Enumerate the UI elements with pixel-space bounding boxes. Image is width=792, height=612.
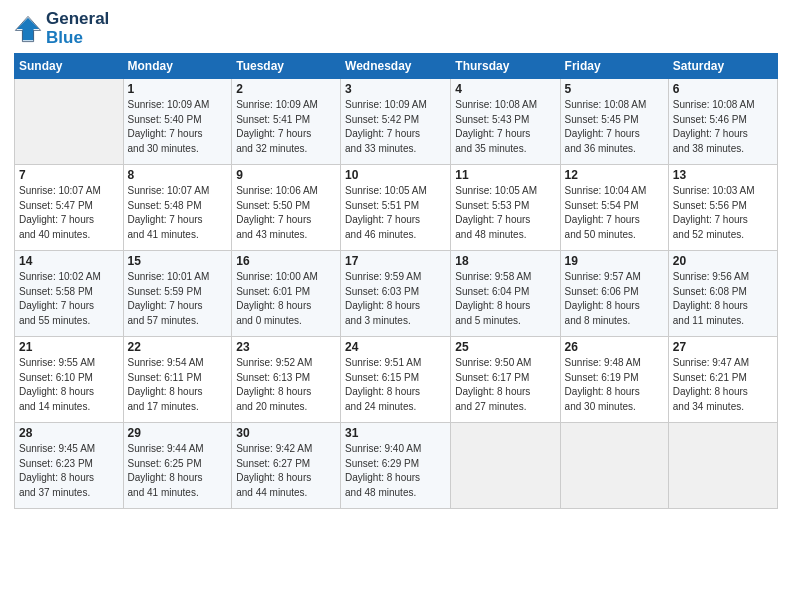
weekday-header-tuesday: Tuesday (232, 54, 341, 79)
day-info: Sunrise: 9:57 AM Sunset: 6:06 PM Dayligh… (565, 270, 664, 328)
calendar-cell: 18Sunrise: 9:58 AM Sunset: 6:04 PM Dayli… (451, 251, 560, 337)
day-number: 1 (128, 82, 228, 96)
day-number: 18 (455, 254, 555, 268)
calendar-cell: 14Sunrise: 10:02 AM Sunset: 5:58 PM Dayl… (15, 251, 124, 337)
day-number: 7 (19, 168, 119, 182)
calendar-cell: 5Sunrise: 10:08 AM Sunset: 5:45 PM Dayli… (560, 79, 668, 165)
day-info: Sunrise: 10:07 AM Sunset: 5:48 PM Daylig… (128, 184, 228, 242)
day-info: Sunrise: 10:07 AM Sunset: 5:47 PM Daylig… (19, 184, 119, 242)
day-info: Sunrise: 10:09 AM Sunset: 5:40 PM Daylig… (128, 98, 228, 156)
day-info: Sunrise: 10:09 AM Sunset: 5:41 PM Daylig… (236, 98, 336, 156)
calendar-cell: 2Sunrise: 10:09 AM Sunset: 5:41 PM Dayli… (232, 79, 341, 165)
day-info: Sunrise: 10:09 AM Sunset: 5:42 PM Daylig… (345, 98, 446, 156)
day-info: Sunrise: 9:40 AM Sunset: 6:29 PM Dayligh… (345, 442, 446, 500)
day-info: Sunrise: 9:55 AM Sunset: 6:10 PM Dayligh… (19, 356, 119, 414)
weekday-header-thursday: Thursday (451, 54, 560, 79)
day-number: 10 (345, 168, 446, 182)
calendar-cell: 8Sunrise: 10:07 AM Sunset: 5:48 PM Dayli… (123, 165, 232, 251)
weekday-row: SundayMondayTuesdayWednesdayThursdayFrid… (15, 54, 778, 79)
day-info: Sunrise: 9:51 AM Sunset: 6:15 PM Dayligh… (345, 356, 446, 414)
calendar-cell: 22Sunrise: 9:54 AM Sunset: 6:11 PM Dayli… (123, 337, 232, 423)
logo: General Blue (14, 10, 109, 47)
calendar-header: SundayMondayTuesdayWednesdayThursdayFrid… (15, 54, 778, 79)
weekday-header-wednesday: Wednesday (341, 54, 451, 79)
calendar-cell: 20Sunrise: 9:56 AM Sunset: 6:08 PM Dayli… (668, 251, 777, 337)
calendar-week-2: 7Sunrise: 10:07 AM Sunset: 5:47 PM Dayli… (15, 165, 778, 251)
day-number: 9 (236, 168, 336, 182)
svg-marker-0 (17, 17, 39, 39)
calendar-cell: 11Sunrise: 10:05 AM Sunset: 5:53 PM Dayl… (451, 165, 560, 251)
logo-text: General Blue (46, 10, 109, 47)
day-info: Sunrise: 10:03 AM Sunset: 5:56 PM Daylig… (673, 184, 773, 242)
day-info: Sunrise: 9:45 AM Sunset: 6:23 PM Dayligh… (19, 442, 119, 500)
day-info: Sunrise: 10:01 AM Sunset: 5:59 PM Daylig… (128, 270, 228, 328)
day-number: 15 (128, 254, 228, 268)
day-number: 23 (236, 340, 336, 354)
calendar-body: 1Sunrise: 10:09 AM Sunset: 5:40 PM Dayli… (15, 79, 778, 509)
calendar-cell: 10Sunrise: 10:05 AM Sunset: 5:51 PM Dayl… (341, 165, 451, 251)
day-info: Sunrise: 9:44 AM Sunset: 6:25 PM Dayligh… (128, 442, 228, 500)
day-info: Sunrise: 9:54 AM Sunset: 6:11 PM Dayligh… (128, 356, 228, 414)
day-number: 26 (565, 340, 664, 354)
calendar-cell: 3Sunrise: 10:09 AM Sunset: 5:42 PM Dayli… (341, 79, 451, 165)
calendar-cell: 29Sunrise: 9:44 AM Sunset: 6:25 PM Dayli… (123, 423, 232, 509)
calendar-week-3: 14Sunrise: 10:02 AM Sunset: 5:58 PM Dayl… (15, 251, 778, 337)
day-number: 22 (128, 340, 228, 354)
page-container: General Blue SundayMondayTuesdayWednesda… (0, 0, 792, 519)
day-info: Sunrise: 10:05 AM Sunset: 5:53 PM Daylig… (455, 184, 555, 242)
day-info: Sunrise: 10:05 AM Sunset: 5:51 PM Daylig… (345, 184, 446, 242)
calendar-week-1: 1Sunrise: 10:09 AM Sunset: 5:40 PM Dayli… (15, 79, 778, 165)
calendar-cell: 28Sunrise: 9:45 AM Sunset: 6:23 PM Dayli… (15, 423, 124, 509)
day-number: 31 (345, 426, 446, 440)
day-number: 4 (455, 82, 555, 96)
day-info: Sunrise: 9:47 AM Sunset: 6:21 PM Dayligh… (673, 356, 773, 414)
day-number: 6 (673, 82, 773, 96)
calendar-cell: 13Sunrise: 10:03 AM Sunset: 5:56 PM Dayl… (668, 165, 777, 251)
calendar-cell: 1Sunrise: 10:09 AM Sunset: 5:40 PM Dayli… (123, 79, 232, 165)
calendar-cell: 24Sunrise: 9:51 AM Sunset: 6:15 PM Dayli… (341, 337, 451, 423)
weekday-header-monday: Monday (123, 54, 232, 79)
weekday-header-saturday: Saturday (668, 54, 777, 79)
day-number: 24 (345, 340, 446, 354)
day-info: Sunrise: 10:06 AM Sunset: 5:50 PM Daylig… (236, 184, 336, 242)
day-info: Sunrise: 9:58 AM Sunset: 6:04 PM Dayligh… (455, 270, 555, 328)
day-info: Sunrise: 9:42 AM Sunset: 6:27 PM Dayligh… (236, 442, 336, 500)
calendar-cell: 16Sunrise: 10:00 AM Sunset: 6:01 PM Dayl… (232, 251, 341, 337)
day-info: Sunrise: 9:56 AM Sunset: 6:08 PM Dayligh… (673, 270, 773, 328)
calendar-cell: 27Sunrise: 9:47 AM Sunset: 6:21 PM Dayli… (668, 337, 777, 423)
day-info: Sunrise: 10:02 AM Sunset: 5:58 PM Daylig… (19, 270, 119, 328)
day-number: 3 (345, 82, 446, 96)
calendar-week-4: 21Sunrise: 9:55 AM Sunset: 6:10 PM Dayli… (15, 337, 778, 423)
calendar-table: SundayMondayTuesdayWednesdayThursdayFrid… (14, 53, 778, 509)
day-info: Sunrise: 10:08 AM Sunset: 5:43 PM Daylig… (455, 98, 555, 156)
day-number: 8 (128, 168, 228, 182)
calendar-cell: 6Sunrise: 10:08 AM Sunset: 5:46 PM Dayli… (668, 79, 777, 165)
day-number: 17 (345, 254, 446, 268)
calendar-cell: 30Sunrise: 9:42 AM Sunset: 6:27 PM Dayli… (232, 423, 341, 509)
calendar-cell: 19Sunrise: 9:57 AM Sunset: 6:06 PM Dayli… (560, 251, 668, 337)
calendar-cell: 31Sunrise: 9:40 AM Sunset: 6:29 PM Dayli… (341, 423, 451, 509)
weekday-header-friday: Friday (560, 54, 668, 79)
day-number: 14 (19, 254, 119, 268)
calendar-cell (560, 423, 668, 509)
calendar-cell: 21Sunrise: 9:55 AM Sunset: 6:10 PM Dayli… (15, 337, 124, 423)
day-info: Sunrise: 10:08 AM Sunset: 5:46 PM Daylig… (673, 98, 773, 156)
calendar-cell: 23Sunrise: 9:52 AM Sunset: 6:13 PM Dayli… (232, 337, 341, 423)
day-info: Sunrise: 9:50 AM Sunset: 6:17 PM Dayligh… (455, 356, 555, 414)
day-info: Sunrise: 10:00 AM Sunset: 6:01 PM Daylig… (236, 270, 336, 328)
day-info: Sunrise: 9:48 AM Sunset: 6:19 PM Dayligh… (565, 356, 664, 414)
day-number: 30 (236, 426, 336, 440)
day-number: 13 (673, 168, 773, 182)
day-number: 25 (455, 340, 555, 354)
day-number: 28 (19, 426, 119, 440)
day-number: 5 (565, 82, 664, 96)
calendar-cell: 26Sunrise: 9:48 AM Sunset: 6:19 PM Dayli… (560, 337, 668, 423)
day-number: 21 (19, 340, 119, 354)
day-info: Sunrise: 9:59 AM Sunset: 6:03 PM Dayligh… (345, 270, 446, 328)
day-number: 2 (236, 82, 336, 96)
day-number: 11 (455, 168, 555, 182)
calendar-cell (668, 423, 777, 509)
header: General Blue (14, 10, 778, 47)
day-info: Sunrise: 10:04 AM Sunset: 5:54 PM Daylig… (565, 184, 664, 242)
calendar-cell: 15Sunrise: 10:01 AM Sunset: 5:59 PM Dayl… (123, 251, 232, 337)
